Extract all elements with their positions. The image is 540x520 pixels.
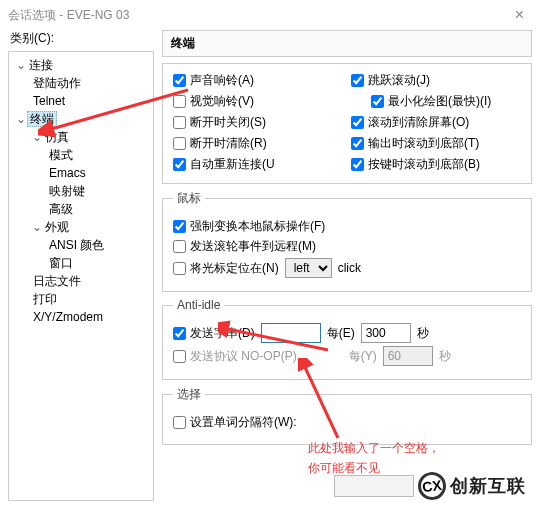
tree-mode[interactable]: 模式 (47, 148, 75, 162)
seconds-label: 秒 (417, 325, 429, 342)
panel-heading: 终端 (171, 36, 195, 50)
auto-reconnect-checkbox[interactable]: 自动重新连接(U (173, 156, 343, 173)
tree-advanced[interactable]: 高级 (47, 202, 75, 216)
send-wheel-checkbox[interactable]: 发送滚轮事件到远程(M) (173, 238, 521, 255)
word-delim-checkbox[interactable]: 设置单词分隔符(W): (173, 414, 297, 431)
send-noop-checkbox[interactable]: 发送协议 NO-OP(P) (173, 348, 297, 365)
brand-mark-icon: CX (416, 470, 448, 502)
select-group: 选择 设置单词分隔符(W): (162, 386, 532, 445)
chevron-down-icon[interactable]: ⌄ (31, 128, 43, 146)
mouse-legend: 鼠标 (173, 190, 205, 207)
interval-p-input (383, 346, 433, 366)
category-label: 类别(C): (10, 30, 154, 47)
tree-appearance[interactable]: 外观 (43, 220, 71, 234)
tree-window[interactable]: 窗口 (47, 256, 75, 270)
tree-connect[interactable]: 连接 (27, 58, 55, 72)
close-on-disconnect-checkbox[interactable]: 断开时关闭(S) (173, 114, 343, 131)
interval-d-input[interactable] (361, 323, 411, 343)
tree-emacs[interactable]: Emacs (47, 166, 88, 180)
anti-idle-legend: Anti-idle (173, 298, 224, 312)
anti-idle-group: Anti-idle 发送字串(D) 每(E) 秒 发送协议 NO-OP(P) 每… (162, 298, 532, 380)
jump-scroll-checkbox[interactable]: 跳跃滚动(J) (351, 72, 521, 89)
brand-logo: CX 创新互联 (418, 472, 526, 500)
mouse-action-label: click (338, 261, 361, 275)
tree-xyz[interactable]: X/Y/Zmodem (31, 310, 105, 324)
scroll-clear-checkbox[interactable]: 滚动到清除屏幕(O) (351, 114, 521, 131)
clear-on-disconnect-checkbox[interactable]: 断开时清除(R) (173, 135, 343, 152)
tree-terminal[interactable]: 终端 (27, 111, 57, 127)
tree-emulation[interactable]: 仿真 (43, 130, 71, 144)
terminal-group: 声音响铃(A) 跳跃滚动(J) 视觉响铃(V) 最小化绘图(最快)(I) 断开时… (162, 63, 532, 184)
visual-bell-checkbox[interactable]: 视觉响铃(V) (173, 93, 343, 110)
audio-bell-checkbox[interactable]: 声音响铃(A) (173, 72, 343, 89)
select-legend: 选择 (173, 386, 205, 403)
tree-telnet[interactable]: Telnet (31, 94, 67, 108)
min-draw-checkbox[interactable]: 最小化绘图(最快)(I) (351, 93, 521, 110)
chevron-down-icon[interactable]: ⌄ (15, 56, 27, 74)
every-y-label: 每(Y) (349, 348, 377, 365)
tree-logfile[interactable]: 日志文件 (31, 274, 83, 288)
every-e-label: 每(E) (327, 325, 355, 342)
mouse-side-select[interactable]: left (285, 258, 332, 278)
close-icon[interactable]: × (507, 6, 532, 24)
tree-mapkeys[interactable]: 映射键 (47, 184, 87, 198)
output-scroll-bottom-checkbox[interactable]: 输出时滚动到底部(T) (351, 135, 521, 152)
window-title: 会话选项 - EVE-NG 03 (8, 7, 507, 24)
chevron-down-icon[interactable]: ⌄ (31, 218, 43, 236)
footer-button[interactable] (334, 475, 414, 497)
seconds-label-2: 秒 (439, 348, 451, 365)
place-cursor-checkbox[interactable]: 将光标定位在(N) (173, 260, 279, 277)
key-scroll-bottom-checkbox[interactable]: 按键时滚动到底部(B) (351, 156, 521, 173)
tree-ansi[interactable]: ANSI 颜色 (47, 238, 106, 252)
send-string-checkbox[interactable]: 发送字串(D) (173, 325, 255, 342)
chevron-down-icon[interactable]: ⌄ (15, 110, 27, 128)
mouse-group: 鼠标 强制变换本地鼠标操作(F) 发送滚轮事件到远程(M) 将光标定位在(N) … (162, 190, 532, 292)
tree-print[interactable]: 打印 (31, 292, 59, 306)
category-tree[interactable]: ⌄连接 登陆动作 Telnet ⌄终端 ⌄仿真 模式 Emacs 映射键 (8, 51, 154, 501)
tree-login-action[interactable]: 登陆动作 (31, 76, 83, 90)
force-local-mouse-checkbox[interactable]: 强制变换本地鼠标操作(F) (173, 218, 521, 235)
send-string-input[interactable] (261, 323, 321, 343)
